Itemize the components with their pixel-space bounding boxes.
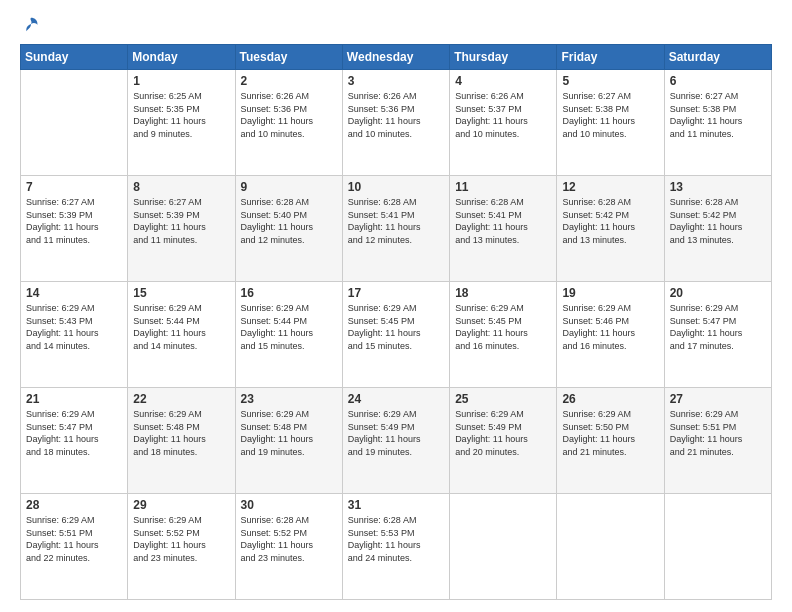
day-number: 15 — [133, 286, 229, 300]
calendar-cell: 7Sunrise: 6:27 AM Sunset: 5:39 PM Daylig… — [21, 176, 128, 282]
calendar-cell — [21, 70, 128, 176]
calendar-cell: 31Sunrise: 6:28 AM Sunset: 5:53 PM Dayli… — [342, 494, 449, 600]
day-info: Sunrise: 6:28 AM Sunset: 5:52 PM Dayligh… — [241, 514, 337, 564]
calendar-cell: 15Sunrise: 6:29 AM Sunset: 5:44 PM Dayli… — [128, 282, 235, 388]
calendar-cell: 26Sunrise: 6:29 AM Sunset: 5:50 PM Dayli… — [557, 388, 664, 494]
day-info: Sunrise: 6:29 AM Sunset: 5:44 PM Dayligh… — [241, 302, 337, 352]
day-info: Sunrise: 6:29 AM Sunset: 5:43 PM Dayligh… — [26, 302, 122, 352]
day-info: Sunrise: 6:29 AM Sunset: 5:45 PM Dayligh… — [348, 302, 444, 352]
day-number: 1 — [133, 74, 229, 88]
col-header-wednesday: Wednesday — [342, 45, 449, 70]
day-info: Sunrise: 6:26 AM Sunset: 5:37 PM Dayligh… — [455, 90, 551, 140]
day-info: Sunrise: 6:29 AM Sunset: 5:48 PM Dayligh… — [133, 408, 229, 458]
day-number: 5 — [562, 74, 658, 88]
day-info: Sunrise: 6:29 AM Sunset: 5:47 PM Dayligh… — [26, 408, 122, 458]
day-number: 25 — [455, 392, 551, 406]
day-number: 26 — [562, 392, 658, 406]
week-row-5: 28Sunrise: 6:29 AM Sunset: 5:51 PM Dayli… — [21, 494, 772, 600]
calendar-cell: 22Sunrise: 6:29 AM Sunset: 5:48 PM Dayli… — [128, 388, 235, 494]
day-number: 28 — [26, 498, 122, 512]
calendar-cell: 16Sunrise: 6:29 AM Sunset: 5:44 PM Dayli… — [235, 282, 342, 388]
day-number: 20 — [670, 286, 766, 300]
calendar-cell: 28Sunrise: 6:29 AM Sunset: 5:51 PM Dayli… — [21, 494, 128, 600]
day-info: Sunrise: 6:27 AM Sunset: 5:39 PM Dayligh… — [26, 196, 122, 246]
calendar-cell — [557, 494, 664, 600]
page: SundayMondayTuesdayWednesdayThursdayFrid… — [0, 0, 792, 612]
day-number: 10 — [348, 180, 444, 194]
calendar-cell: 4Sunrise: 6:26 AM Sunset: 5:37 PM Daylig… — [450, 70, 557, 176]
calendar-cell: 21Sunrise: 6:29 AM Sunset: 5:47 PM Dayli… — [21, 388, 128, 494]
calendar-cell: 17Sunrise: 6:29 AM Sunset: 5:45 PM Dayli… — [342, 282, 449, 388]
day-number: 22 — [133, 392, 229, 406]
week-row-3: 14Sunrise: 6:29 AM Sunset: 5:43 PM Dayli… — [21, 282, 772, 388]
day-info: Sunrise: 6:25 AM Sunset: 5:35 PM Dayligh… — [133, 90, 229, 140]
logo-bird-icon — [22, 16, 40, 34]
day-info: Sunrise: 6:29 AM Sunset: 5:44 PM Dayligh… — [133, 302, 229, 352]
day-number: 6 — [670, 74, 766, 88]
header-row: SundayMondayTuesdayWednesdayThursdayFrid… — [21, 45, 772, 70]
calendar-cell: 23Sunrise: 6:29 AM Sunset: 5:48 PM Dayli… — [235, 388, 342, 494]
day-number: 16 — [241, 286, 337, 300]
calendar-cell: 2Sunrise: 6:26 AM Sunset: 5:36 PM Daylig… — [235, 70, 342, 176]
calendar-cell: 12Sunrise: 6:28 AM Sunset: 5:42 PM Dayli… — [557, 176, 664, 282]
day-info: Sunrise: 6:29 AM Sunset: 5:45 PM Dayligh… — [455, 302, 551, 352]
day-info: Sunrise: 6:29 AM Sunset: 5:50 PM Dayligh… — [562, 408, 658, 458]
col-header-friday: Friday — [557, 45, 664, 70]
day-number: 21 — [26, 392, 122, 406]
day-info: Sunrise: 6:28 AM Sunset: 5:42 PM Dayligh… — [562, 196, 658, 246]
day-number: 24 — [348, 392, 444, 406]
day-info: Sunrise: 6:29 AM Sunset: 5:49 PM Dayligh… — [348, 408, 444, 458]
calendar-cell: 10Sunrise: 6:28 AM Sunset: 5:41 PM Dayli… — [342, 176, 449, 282]
day-number: 8 — [133, 180, 229, 194]
day-info: Sunrise: 6:29 AM Sunset: 5:51 PM Dayligh… — [670, 408, 766, 458]
day-info: Sunrise: 6:29 AM Sunset: 5:51 PM Dayligh… — [26, 514, 122, 564]
day-number: 9 — [241, 180, 337, 194]
day-number: 19 — [562, 286, 658, 300]
day-number: 29 — [133, 498, 229, 512]
calendar-cell: 14Sunrise: 6:29 AM Sunset: 5:43 PM Dayli… — [21, 282, 128, 388]
calendar-cell: 8Sunrise: 6:27 AM Sunset: 5:39 PM Daylig… — [128, 176, 235, 282]
col-header-saturday: Saturday — [664, 45, 771, 70]
calendar-cell: 25Sunrise: 6:29 AM Sunset: 5:49 PM Dayli… — [450, 388, 557, 494]
col-header-monday: Monday — [128, 45, 235, 70]
calendar-cell: 6Sunrise: 6:27 AM Sunset: 5:38 PM Daylig… — [664, 70, 771, 176]
day-info: Sunrise: 6:26 AM Sunset: 5:36 PM Dayligh… — [241, 90, 337, 140]
calendar-cell: 9Sunrise: 6:28 AM Sunset: 5:40 PM Daylig… — [235, 176, 342, 282]
week-row-2: 7Sunrise: 6:27 AM Sunset: 5:39 PM Daylig… — [21, 176, 772, 282]
day-info: Sunrise: 6:26 AM Sunset: 5:36 PM Dayligh… — [348, 90, 444, 140]
day-info: Sunrise: 6:29 AM Sunset: 5:49 PM Dayligh… — [455, 408, 551, 458]
calendar-cell: 24Sunrise: 6:29 AM Sunset: 5:49 PM Dayli… — [342, 388, 449, 494]
day-number: 31 — [348, 498, 444, 512]
week-row-1: 1Sunrise: 6:25 AM Sunset: 5:35 PM Daylig… — [21, 70, 772, 176]
calendar: SundayMondayTuesdayWednesdayThursdayFrid… — [20, 44, 772, 600]
day-number: 12 — [562, 180, 658, 194]
day-info: Sunrise: 6:29 AM Sunset: 5:52 PM Dayligh… — [133, 514, 229, 564]
col-header-tuesday: Tuesday — [235, 45, 342, 70]
day-info: Sunrise: 6:29 AM Sunset: 5:46 PM Dayligh… — [562, 302, 658, 352]
calendar-cell: 5Sunrise: 6:27 AM Sunset: 5:38 PM Daylig… — [557, 70, 664, 176]
calendar-cell: 29Sunrise: 6:29 AM Sunset: 5:52 PM Dayli… — [128, 494, 235, 600]
day-number: 2 — [241, 74, 337, 88]
day-info: Sunrise: 6:27 AM Sunset: 5:38 PM Dayligh… — [562, 90, 658, 140]
col-header-sunday: Sunday — [21, 45, 128, 70]
day-number: 23 — [241, 392, 337, 406]
calendar-cell — [450, 494, 557, 600]
calendar-cell: 20Sunrise: 6:29 AM Sunset: 5:47 PM Dayli… — [664, 282, 771, 388]
day-number: 4 — [455, 74, 551, 88]
calendar-cell: 3Sunrise: 6:26 AM Sunset: 5:36 PM Daylig… — [342, 70, 449, 176]
day-number: 27 — [670, 392, 766, 406]
calendar-cell: 1Sunrise: 6:25 AM Sunset: 5:35 PM Daylig… — [128, 70, 235, 176]
calendar-cell: 27Sunrise: 6:29 AM Sunset: 5:51 PM Dayli… — [664, 388, 771, 494]
week-row-4: 21Sunrise: 6:29 AM Sunset: 5:47 PM Dayli… — [21, 388, 772, 494]
calendar-cell: 13Sunrise: 6:28 AM Sunset: 5:42 PM Dayli… — [664, 176, 771, 282]
day-info: Sunrise: 6:28 AM Sunset: 5:41 PM Dayligh… — [455, 196, 551, 246]
day-info: Sunrise: 6:27 AM Sunset: 5:39 PM Dayligh… — [133, 196, 229, 246]
day-number: 13 — [670, 180, 766, 194]
day-number: 17 — [348, 286, 444, 300]
day-number: 30 — [241, 498, 337, 512]
day-number: 14 — [26, 286, 122, 300]
calendar-cell: 30Sunrise: 6:28 AM Sunset: 5:52 PM Dayli… — [235, 494, 342, 600]
col-header-thursday: Thursday — [450, 45, 557, 70]
day-number: 3 — [348, 74, 444, 88]
calendar-cell: 19Sunrise: 6:29 AM Sunset: 5:46 PM Dayli… — [557, 282, 664, 388]
